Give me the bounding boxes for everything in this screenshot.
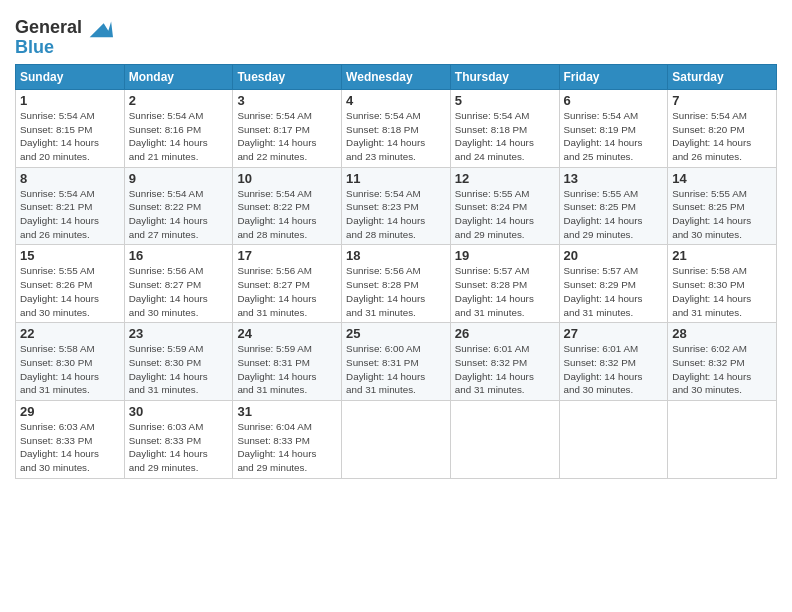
day-number: 7 [672,93,772,108]
calendar-cell: 18 Sunrise: 5:56 AM Sunset: 8:28 PM Dayl… [342,245,451,323]
logo-text: General [15,18,82,38]
page: General Blue SundayMondayTuesdayWednesda… [0,0,792,612]
calendar-cell: 22 Sunrise: 5:58 AM Sunset: 8:30 PM Dayl… [16,323,125,401]
calendar-row: 29 Sunrise: 6:03 AM Sunset: 8:33 PM Dayl… [16,401,777,479]
day-number: 30 [129,404,229,419]
day-info: Sunrise: 5:54 AM Sunset: 8:16 PM Dayligh… [129,109,229,164]
day-info: Sunrise: 5:55 AM Sunset: 8:26 PM Dayligh… [20,264,120,319]
day-info: Sunrise: 5:54 AM Sunset: 8:18 PM Dayligh… [346,109,446,164]
calendar-cell: 27 Sunrise: 6:01 AM Sunset: 8:32 PM Dayl… [559,323,668,401]
calendar-cell: 2 Sunrise: 5:54 AM Sunset: 8:16 PM Dayli… [124,89,233,167]
day-number: 17 [237,248,337,263]
day-info: Sunrise: 6:00 AM Sunset: 8:31 PM Dayligh… [346,342,446,397]
day-number: 24 [237,326,337,341]
calendar-cell: 24 Sunrise: 5:59 AM Sunset: 8:31 PM Dayl… [233,323,342,401]
day-info: Sunrise: 5:59 AM Sunset: 8:31 PM Dayligh… [237,342,337,397]
day-number: 6 [564,93,664,108]
day-info: Sunrise: 5:56 AM Sunset: 8:27 PM Dayligh… [129,264,229,319]
day-info: Sunrise: 5:58 AM Sunset: 8:30 PM Dayligh… [672,264,772,319]
calendar-cell: 13 Sunrise: 5:55 AM Sunset: 8:25 PM Dayl… [559,167,668,245]
calendar-cell: 15 Sunrise: 5:55 AM Sunset: 8:26 PM Dayl… [16,245,125,323]
calendar-cell: 11 Sunrise: 5:54 AM Sunset: 8:23 PM Dayl… [342,167,451,245]
calendar-cell: 5 Sunrise: 5:54 AM Sunset: 8:18 PM Dayli… [450,89,559,167]
calendar-cell: 20 Sunrise: 5:57 AM Sunset: 8:29 PM Dayl… [559,245,668,323]
calendar-cell: 16 Sunrise: 5:56 AM Sunset: 8:27 PM Dayl… [124,245,233,323]
calendar-cell: 3 Sunrise: 5:54 AM Sunset: 8:17 PM Dayli… [233,89,342,167]
calendar-cell: 14 Sunrise: 5:55 AM Sunset: 8:25 PM Dayl… [668,167,777,245]
day-info: Sunrise: 6:03 AM Sunset: 8:33 PM Dayligh… [129,420,229,475]
logo: General Blue [15,14,113,58]
day-info: Sunrise: 5:54 AM Sunset: 8:22 PM Dayligh… [237,187,337,242]
calendar-cell: 31 Sunrise: 6:04 AM Sunset: 8:33 PM Dayl… [233,401,342,479]
day-number: 1 [20,93,120,108]
day-info: Sunrise: 5:59 AM Sunset: 8:30 PM Dayligh… [129,342,229,397]
calendar-cell: 17 Sunrise: 5:56 AM Sunset: 8:27 PM Dayl… [233,245,342,323]
day-info: Sunrise: 5:54 AM Sunset: 8:23 PM Dayligh… [346,187,446,242]
calendar-cell [450,401,559,479]
day-info: Sunrise: 5:54 AM Sunset: 8:15 PM Dayligh… [20,109,120,164]
calendar-cell: 6 Sunrise: 5:54 AM Sunset: 8:19 PM Dayli… [559,89,668,167]
calendar-cell: 29 Sunrise: 6:03 AM Sunset: 8:33 PM Dayl… [16,401,125,479]
day-number: 19 [455,248,555,263]
day-info: Sunrise: 6:01 AM Sunset: 8:32 PM Dayligh… [564,342,664,397]
day-number: 25 [346,326,446,341]
day-info: Sunrise: 5:54 AM Sunset: 8:22 PM Dayligh… [129,187,229,242]
day-number: 16 [129,248,229,263]
day-number: 28 [672,326,772,341]
calendar-cell: 23 Sunrise: 5:59 AM Sunset: 8:30 PM Dayl… [124,323,233,401]
header-thursday: Thursday [450,64,559,89]
day-number: 21 [672,248,772,263]
calendar-cell [668,401,777,479]
calendar-cell: 25 Sunrise: 6:00 AM Sunset: 8:31 PM Dayl… [342,323,451,401]
day-number: 3 [237,93,337,108]
day-number: 9 [129,171,229,186]
calendar-table: SundayMondayTuesdayWednesdayThursdayFrid… [15,64,777,479]
day-info: Sunrise: 6:03 AM Sunset: 8:33 PM Dayligh… [20,420,120,475]
day-info: Sunrise: 6:01 AM Sunset: 8:32 PM Dayligh… [455,342,555,397]
day-number: 29 [20,404,120,419]
day-info: Sunrise: 5:58 AM Sunset: 8:30 PM Dayligh… [20,342,120,397]
day-info: Sunrise: 5:55 AM Sunset: 8:24 PM Dayligh… [455,187,555,242]
header-tuesday: Tuesday [233,64,342,89]
header-monday: Monday [124,64,233,89]
calendar-cell: 8 Sunrise: 5:54 AM Sunset: 8:21 PM Dayli… [16,167,125,245]
day-info: Sunrise: 6:02 AM Sunset: 8:32 PM Dayligh… [672,342,772,397]
svg-marker-0 [90,21,113,37]
day-number: 13 [564,171,664,186]
day-info: Sunrise: 5:55 AM Sunset: 8:25 PM Dayligh… [564,187,664,242]
calendar-cell: 30 Sunrise: 6:03 AM Sunset: 8:33 PM Dayl… [124,401,233,479]
day-number: 20 [564,248,664,263]
calendar-row: 8 Sunrise: 5:54 AM Sunset: 8:21 PM Dayli… [16,167,777,245]
calendar-cell [342,401,451,479]
calendar-row: 22 Sunrise: 5:58 AM Sunset: 8:30 PM Dayl… [16,323,777,401]
day-info: Sunrise: 5:55 AM Sunset: 8:25 PM Dayligh… [672,187,772,242]
day-number: 12 [455,171,555,186]
day-number: 8 [20,171,120,186]
day-info: Sunrise: 5:54 AM Sunset: 8:20 PM Dayligh… [672,109,772,164]
calendar-cell [559,401,668,479]
calendar-cell: 12 Sunrise: 5:55 AM Sunset: 8:24 PM Dayl… [450,167,559,245]
day-info: Sunrise: 5:57 AM Sunset: 8:29 PM Dayligh… [564,264,664,319]
calendar-row: 15 Sunrise: 5:55 AM Sunset: 8:26 PM Dayl… [16,245,777,323]
calendar-cell: 28 Sunrise: 6:02 AM Sunset: 8:32 PM Dayl… [668,323,777,401]
day-info: Sunrise: 6:04 AM Sunset: 8:33 PM Dayligh… [237,420,337,475]
header-saturday: Saturday [668,64,777,89]
day-number: 26 [455,326,555,341]
day-number: 5 [455,93,555,108]
calendar-header-row: SundayMondayTuesdayWednesdayThursdayFrid… [16,64,777,89]
calendar-cell: 21 Sunrise: 5:58 AM Sunset: 8:30 PM Dayl… [668,245,777,323]
header-wednesday: Wednesday [342,64,451,89]
calendar-cell: 10 Sunrise: 5:54 AM Sunset: 8:22 PM Dayl… [233,167,342,245]
calendar-cell: 4 Sunrise: 5:54 AM Sunset: 8:18 PM Dayli… [342,89,451,167]
day-number: 23 [129,326,229,341]
day-info: Sunrise: 5:57 AM Sunset: 8:28 PM Dayligh… [455,264,555,319]
header: General Blue [15,10,777,58]
day-number: 31 [237,404,337,419]
logo-icon [85,14,113,42]
calendar-cell: 1 Sunrise: 5:54 AM Sunset: 8:15 PM Dayli… [16,89,125,167]
day-number: 15 [20,248,120,263]
calendar-cell: 19 Sunrise: 5:57 AM Sunset: 8:28 PM Dayl… [450,245,559,323]
day-number: 11 [346,171,446,186]
day-info: Sunrise: 5:56 AM Sunset: 8:27 PM Dayligh… [237,264,337,319]
day-number: 18 [346,248,446,263]
